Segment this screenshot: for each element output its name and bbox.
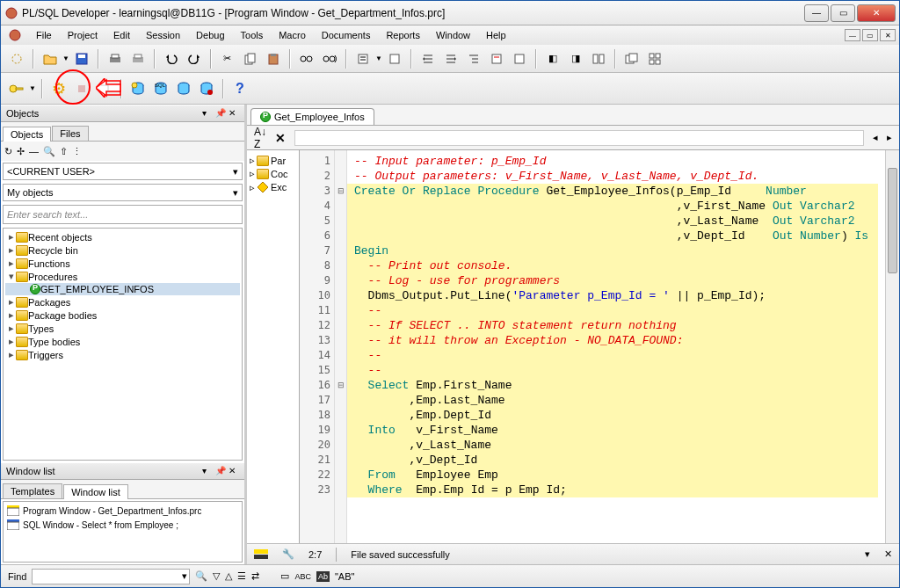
tree-item[interactable]: ▸ Packages xyxy=(5,295,240,309)
db3-button[interactable] xyxy=(173,78,194,99)
mdi-restore-button[interactable]: ▭ xyxy=(862,29,878,41)
scroll-left-icon[interactable]: ◂ xyxy=(873,132,878,143)
panel-dropdown-icon[interactable]: ▾ xyxy=(202,466,213,476)
open-button[interactable] xyxy=(40,48,61,69)
find-replace-icon[interactable]: ⇄ xyxy=(251,570,259,582)
menu-macro[interactable]: Macro xyxy=(272,28,313,42)
tree-item[interactable]: GET_EMPLOYEE_INFOS xyxy=(5,283,240,295)
code-editor[interactable]: -- Input parameter: p_Emp_Id-- Output pa… xyxy=(347,150,885,543)
menu-file[interactable]: File xyxy=(29,28,59,42)
tool3-button[interactable] xyxy=(588,48,609,69)
user-combo[interactable]: <CURRENT USER> ▾ xyxy=(3,163,243,180)
new-button[interactable] xyxy=(6,48,27,69)
help-button[interactable]: ? xyxy=(229,78,250,99)
window-item[interactable]: Program Window - Get_Department_Infos.pr… xyxy=(5,504,240,518)
query-builder-button[interactable] xyxy=(384,48,405,69)
menu-documents[interactable]: Documents xyxy=(315,28,378,42)
menu-tools[interactable]: Tools xyxy=(234,28,271,42)
tab-files[interactable]: Files xyxy=(52,126,88,141)
bookmark-button[interactable] xyxy=(509,48,530,69)
menu-session[interactable]: Session xyxy=(139,28,187,42)
vertical-scrollbar[interactable] xyxy=(885,150,899,543)
fold-column[interactable]: ⊟⊟ xyxy=(335,150,347,543)
find-input[interactable]: ▾ xyxy=(32,569,190,584)
menu-edit[interactable]: Edit xyxy=(106,28,137,42)
close-button[interactable]: ✕ xyxy=(857,4,896,22)
step-button[interactable] xyxy=(94,78,115,99)
search-input[interactable]: Enter search text... xyxy=(3,205,243,224)
tree-item[interactable]: ▾ Procedures xyxy=(5,270,240,283)
tab-objects[interactable]: Objects xyxy=(3,127,51,142)
objects-tree[interactable]: ▸ Recent objects▸ Recycle bin▸ Functions… xyxy=(3,228,243,461)
tab-windowlist[interactable]: Window list xyxy=(63,484,128,499)
break-button[interactable] xyxy=(71,78,92,99)
tree-item[interactable]: ▸ Type bodies xyxy=(5,335,240,348)
db2-button[interactable]: SQL xyxy=(150,78,171,99)
tile-button[interactable] xyxy=(644,48,665,69)
find-all-icon[interactable]: ☰ xyxy=(237,570,246,582)
windows-button[interactable] xyxy=(621,48,642,69)
find-down-icon[interactable]: ▽ xyxy=(213,570,220,582)
menu-help[interactable]: Help xyxy=(479,28,513,42)
up-icon[interactable]: ⇧ xyxy=(60,146,68,157)
scroll-right-icon[interactable]: ▸ xyxy=(887,132,892,143)
tree-item[interactable]: ▸ Functions xyxy=(5,257,240,270)
refresh-icon[interactable]: ↻ xyxy=(4,146,12,157)
tab-templates[interactable]: Templates xyxy=(3,483,62,498)
tree-item[interactable]: ▸ Triggers xyxy=(5,348,240,361)
window-item[interactable]: SQL Window - Select * from Employee ; xyxy=(5,518,240,532)
mdi-minimize-button[interactable]: — xyxy=(845,29,860,41)
execute-button[interactable]: ⚙ xyxy=(48,78,69,99)
copy-button[interactable] xyxy=(240,48,261,69)
tool2-button[interactable]: ◨ xyxy=(565,48,586,69)
sort-icon[interactable]: A↓Z xyxy=(254,126,266,150)
menu-reports[interactable]: Reports xyxy=(379,28,427,42)
filter-combo[interactable]: My objects ▾ xyxy=(3,184,243,201)
find-opt1-icon[interactable]: ▭ xyxy=(280,570,289,582)
minimize-button[interactable]: — xyxy=(804,4,829,22)
find-up-icon[interactable]: △ xyxy=(225,570,232,582)
cut-button[interactable]: ✂ xyxy=(217,48,238,69)
print-button[interactable] xyxy=(105,48,126,69)
find-button[interactable] xyxy=(296,48,317,69)
minus-icon[interactable]: — xyxy=(29,146,39,156)
uncomment-button[interactable] xyxy=(486,48,507,69)
status-close-icon[interactable]: ✕ xyxy=(884,548,892,560)
code-navigator[interactable]: ▹Par ▹Coc ▹Exc xyxy=(247,150,300,543)
mdi-close-button[interactable]: ✕ xyxy=(880,29,896,41)
key-button[interactable] xyxy=(6,78,27,99)
find-opt-case-icon[interactable]: Ab xyxy=(316,571,330,582)
panel-pin-icon[interactable]: 📌 xyxy=(215,466,226,476)
maximize-button[interactable]: ▭ xyxy=(831,4,855,22)
panel-pin-icon[interactable]: 📌 xyxy=(215,108,226,119)
panel-close-icon[interactable]: ✕ xyxy=(229,108,239,119)
close-nav-icon[interactable]: ✕ xyxy=(275,131,286,145)
db4-button[interactable] xyxy=(196,78,217,99)
tree-item[interactable]: ▸ Recycle bin xyxy=(5,243,240,257)
menu-debug[interactable]: Debug xyxy=(189,28,231,42)
wrench-icon[interactable]: 🔧 xyxy=(282,548,294,560)
unindent-button[interactable] xyxy=(440,48,461,69)
indent-button[interactable] xyxy=(417,48,439,69)
paste-button[interactable] xyxy=(263,48,284,69)
menu-window[interactable]: Window xyxy=(429,28,477,42)
undo-button[interactable] xyxy=(161,48,182,69)
binoculars-icon[interactable]: 🔍 xyxy=(43,146,55,157)
find-opt-abc-icon[interactable]: ABC xyxy=(294,572,311,581)
comment-button[interactable] xyxy=(463,48,484,69)
doc-tab[interactable]: Get_Employee_Infos xyxy=(250,108,374,125)
panel-dropdown-icon[interactable]: ▾ xyxy=(202,108,213,119)
panel-close-icon[interactable]: ✕ xyxy=(229,466,239,476)
plus-icon[interactable]: ✢ xyxy=(17,146,25,157)
tool1-button[interactable]: ◧ xyxy=(542,48,563,69)
print-preview-button[interactable] xyxy=(127,48,149,69)
db1-button[interactable] xyxy=(127,78,149,99)
find-binoculars-icon[interactable]: 🔍 xyxy=(195,570,207,582)
menu-project[interactable]: Project xyxy=(61,28,105,42)
tree-item[interactable]: ▸ Recent objects xyxy=(5,230,240,243)
explain-plan-button[interactable] xyxy=(352,48,374,69)
tool-icon[interactable]: ⋮ xyxy=(72,146,82,157)
breadcrumb-input[interactable] xyxy=(294,130,864,146)
tree-item[interactable]: ▸ Types xyxy=(5,322,240,335)
find-quote[interactable]: "AB" xyxy=(335,571,354,582)
